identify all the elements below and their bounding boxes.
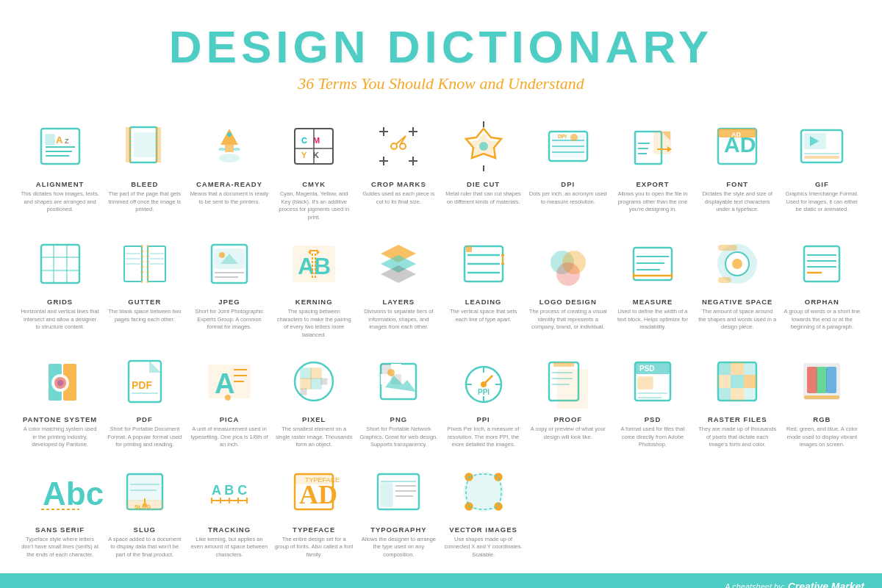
term-card-sans-serif: Abc SANS SERIF Typeface style where lett… — [18, 456, 102, 567]
svg-rect-183 — [718, 388, 731, 401]
logo-design-icon — [539, 234, 598, 293]
term-name: EXPORT — [636, 180, 669, 188]
term-card-proof: PROOF A copy or preview of what your des… — [526, 346, 610, 456]
svg-rect-188 — [817, 367, 827, 393]
pantone-icon — [31, 352, 90, 411]
footer-prefix: A cheatsheet by: — [725, 582, 785, 588]
svg-rect-177 — [718, 362, 731, 375]
svg-text:TYPEFACE: TYPEFACE — [305, 476, 340, 484]
term-name: ALIGNMENT — [36, 180, 84, 188]
tracking-icon: A B C — [200, 462, 259, 521]
term-card-leading: LEADING The vertical space that sets eac… — [441, 229, 526, 346]
term-name: RASTER FILES — [708, 415, 767, 423]
orphan-icon — [792, 234, 851, 293]
term-name: DPI — [561, 180, 575, 188]
term-card-pixel: PIXEL The smallest element on a single r… — [272, 346, 356, 456]
svg-point-17 — [233, 148, 240, 151]
term-name: TRACKING — [208, 526, 251, 534]
term-name: PSD — [645, 415, 662, 423]
page-subtitle: 36 Terms You Should Know and Understand — [15, 74, 867, 93]
svg-point-49 — [570, 134, 578, 141]
term-card-font: AD AD FONT Dictates the style and size o… — [695, 111, 780, 229]
term-card-layers: LAYERS Divisions to separate tiers of in… — [356, 229, 441, 346]
svg-text:B: B — [314, 253, 331, 279]
term-name: PICA — [220, 415, 240, 423]
term-card-slug: SLUG SLUG A space added to a document to… — [102, 456, 187, 567]
svg-rect-146 — [311, 379, 321, 389]
svg-rect-178 — [731, 362, 744, 375]
term-desc: Red, green, and blue. A color mode used … — [783, 426, 861, 449]
term-card-jpeg: JPEG Short for Joint Photographic Expert… — [187, 229, 271, 346]
psd-icon: PSD — [623, 352, 682, 411]
svg-rect-144 — [311, 368, 321, 379]
term-desc: Use shapes made up of connected X and Y … — [444, 536, 523, 559]
term-card-measure: MEASURE Used to define the width of a te… — [610, 229, 695, 346]
term-card-typography: TYPOGRAPHY Allows the designer to arrang… — [356, 456, 441, 567]
footer-brand: Creative Market — [788, 581, 864, 588]
svg-rect-1 — [46, 135, 54, 145]
svg-rect-180 — [718, 375, 731, 388]
term-desc: Short for Portable Network Graphics. Gre… — [359, 426, 438, 449]
page: DESIGN DICTIONARY 36 Terms You Should Kn… — [0, 0, 882, 588]
svg-text:A: A — [215, 368, 234, 399]
typography-icon — [369, 462, 428, 521]
header: DESIGN DICTIONARY 36 Terms You Should Kn… — [0, 0, 882, 99]
svg-rect-147 — [321, 379, 327, 384]
term-card-die-cut: DIE CUT Metal ruler that can cut shapes … — [441, 111, 526, 229]
pica-icon: A — [200, 352, 259, 411]
term-card-grids: GRIDS Horizontal and vertical lines that… — [18, 229, 102, 346]
term-card-ppi: PPI PPI Pixels Per Inch, a measure of re… — [441, 346, 526, 456]
term-desc: The part of the page that gets trimmed o… — [105, 190, 184, 214]
term-card-export: EXPORT Allows you to open the file in pr… — [610, 111, 695, 229]
term-desc: The amount of space around the shapes an… — [698, 308, 777, 331]
term-desc: The process of creating a visual identit… — [528, 308, 607, 331]
measure-icon — [623, 234, 682, 293]
svg-point-199 — [143, 503, 147, 507]
svg-rect-67 — [41, 245, 79, 283]
term-desc: The smallest element on a single raster … — [275, 426, 354, 449]
svg-rect-169 — [553, 362, 574, 367]
dpi-icon: DPI — [539, 117, 598, 176]
jpeg-icon — [200, 234, 259, 293]
term-desc: The blank space between two pages facing… — [105, 308, 184, 323]
svg-rect-148 — [301, 389, 306, 395]
svg-point-85 — [219, 252, 225, 258]
term-card-tracking: A B C TRACKING Like kerning, but applies… — [187, 456, 271, 567]
raster-icon — [708, 352, 767, 411]
svg-text:A: A — [56, 135, 63, 146]
term-name: GRIDS — [47, 298, 73, 306]
term-card-alignment: A Z ALIGNMENT This dictates how images, … — [18, 111, 102, 229]
term-desc: Graphics Interchange Format. Used for im… — [783, 190, 861, 214]
term-name: GUTTER — [128, 298, 161, 306]
term-name: DIE CUT — [467, 180, 500, 188]
svg-point-35 — [400, 143, 406, 149]
camera-ready-icon — [200, 117, 259, 176]
typeface-icon: AD TYPEFACE — [284, 462, 343, 521]
term-name: NEGATIVE SPACE — [702, 298, 773, 306]
svg-point-141 — [225, 395, 231, 401]
gutter-icon — [115, 234, 174, 293]
term-name: MEASURE — [633, 298, 673, 306]
term-desc: Allows you to open the file in programs … — [613, 190, 692, 214]
term-desc: Short for Portable Document Format. A po… — [105, 426, 184, 449]
svg-point-119 — [732, 259, 742, 269]
term-desc: Dictates the style and size of displayab… — [698, 190, 777, 214]
term-name: GIF — [815, 180, 829, 188]
term-name: ORPHAN — [805, 298, 839, 306]
term-desc: A group of words or a short line towards… — [783, 308, 861, 331]
die-cut-icon — [454, 117, 513, 176]
term-card-gif: GIF Graphics Interchange Format. Used fo… — [780, 111, 864, 229]
svg-text:PPI: PPI — [478, 388, 490, 396]
term-desc: Metal ruler that can cut shapes on diffe… — [444, 190, 523, 206]
term-desc: The spacing between characters to make t… — [275, 308, 354, 339]
svg-rect-182 — [744, 375, 756, 388]
svg-point-155 — [387, 369, 395, 376]
kerning-icon: A B — [284, 234, 343, 293]
term-name: LAYERS — [383, 298, 415, 306]
term-card-dpi: DPI DPI Dots per inch, an acronym used t… — [526, 111, 610, 229]
alignment-icon: A Z — [31, 117, 90, 176]
term-name: CAMERA-READY — [196, 180, 262, 188]
svg-text:A B C: A B C — [212, 483, 247, 498]
term-desc: A space added to a document to display d… — [105, 536, 184, 559]
svg-rect-143 — [301, 368, 311, 379]
